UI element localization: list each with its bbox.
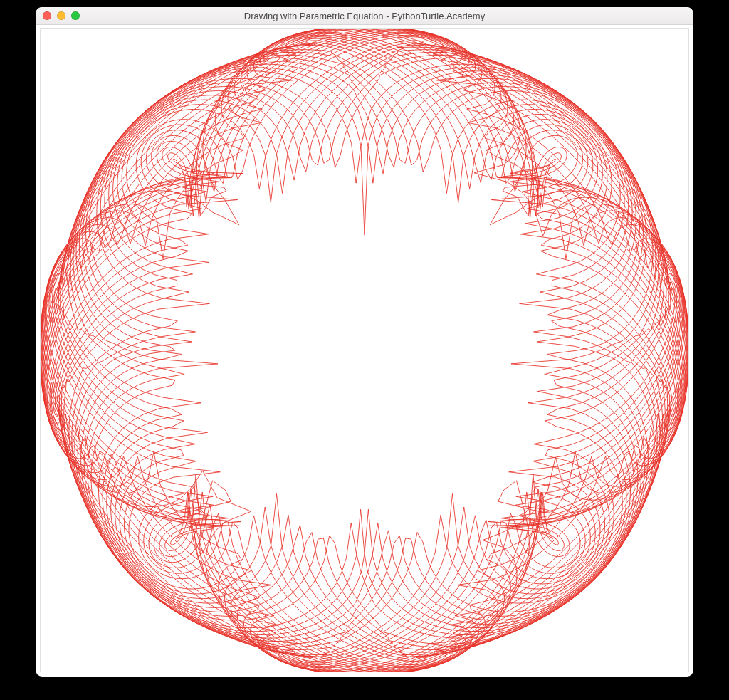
close-icon[interactable] bbox=[43, 11, 51, 20]
minimize-icon[interactable] bbox=[57, 11, 65, 20]
app-window: Drawing with Parametric Equation - Pytho… bbox=[36, 7, 693, 677]
turtle-canvas bbox=[41, 29, 688, 672]
titlebar[interactable]: Drawing with Parametric Equation - Pytho… bbox=[36, 7, 693, 25]
window-controls bbox=[43, 11, 80, 20]
parametric-plot bbox=[41, 29, 688, 672]
window-title: Drawing with Parametric Equation - Pytho… bbox=[36, 11, 693, 21]
canvas-area bbox=[40, 28, 689, 672]
zoom-icon[interactable] bbox=[71, 11, 80, 20]
curve-path bbox=[41, 29, 688, 672]
